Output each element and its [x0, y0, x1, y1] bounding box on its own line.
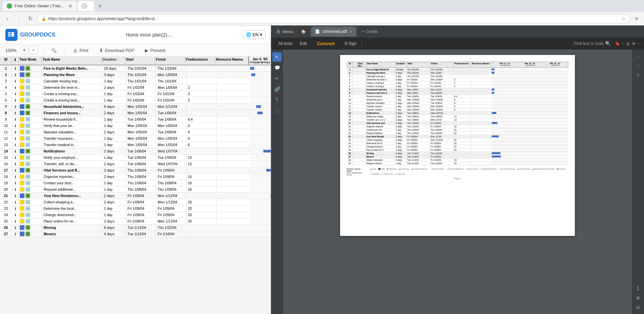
- pdf-gantt-row: 20 Request addition 1 day Thu 1/09/04 Th…: [347, 132, 568, 135]
- menu-button[interactable]: ≡: [632, 14, 641, 23]
- create-label: Create: [366, 29, 378, 34]
- gantt-row: 9 ℹ ↔ Review household fi... 1 day Tue 1…: [0, 116, 271, 123]
- tab-1-close[interactable]: ✕: [68, 3, 72, 9]
- convert-button[interactable]: Convert: [311, 40, 341, 48]
- print-button[interactable]: 🖨 Print: [70, 47, 91, 54]
- tab-1-favicon: [7, 3, 12, 9]
- pdf-gantt-row: 21 Your New Reside 2 days Fri 1/09/04 Mo…: [347, 135, 568, 138]
- edit-button[interactable]: Edit: [297, 40, 310, 47]
- comment-tool-button[interactable]: 💬: [272, 63, 282, 72]
- address-bar[interactable]: 🔒 https://products.groupdocs.app/viewer/…: [37, 14, 630, 23]
- svg-rect-2: [8, 36, 11, 37]
- gantt-row: 14 ℹ ▼ Notifications 2 days Tue 1/06/04 …: [0, 148, 271, 154]
- tab-2-favicon: [82, 3, 87, 9]
- zoom-out-button[interactable]: −: [30, 46, 38, 54]
- lock-icon: 🔒: [41, 16, 46, 21]
- gantt-row: 21 ℹ ▼ Your New Residence... 2 days Fri …: [0, 193, 271, 199]
- gantt-row: 7 ℹ ▼ Household Administra... 6 days Mon…: [0, 104, 271, 110]
- pdf-gantt-row: 14 Notifications 2 days Tue 1/08/04 Wed …: [347, 112, 568, 115]
- right-sidebar-close[interactable]: ✕: [637, 71, 640, 79]
- pdf-gantt-row: 9 Review househo 1 day Tue 1/09/04 Tue 1…: [347, 95, 568, 98]
- pdf-gantt-row: 13 Transfer medica 1 day Mon 1/05/04 Mon…: [347, 108, 568, 112]
- more-icon[interactable]: ⋯: [637, 41, 641, 46]
- download-button[interactable]: ⬇ Download PDF: [97, 47, 137, 54]
- main-area: GROUPDOCS Home move plan(2).... 🌐 EN ▾ 1…: [0, 25, 644, 314]
- search-icon: 🔍: [51, 48, 57, 53]
- gantt-row: 27 ℹ ▼ Movers 4 days Tue 1/13/04 Fri 1/1…: [0, 231, 271, 237]
- pdf-tab-label: converted.pdf: [323, 29, 347, 34]
- zoom-in-button[interactable]: +: [20, 46, 28, 54]
- zoom-tool-icon[interactable]: ⊕: [632, 41, 635, 46]
- pdf-tool-group-main: All tools Edit Convert E-Sign: [274, 40, 362, 48]
- esign-button[interactable]: E-Sign: [341, 40, 360, 47]
- pen-tool-button[interactable]: ✏: [272, 74, 282, 83]
- share-icon[interactable]: ↑: [622, 41, 624, 46]
- pdf-gantt: ID Task Mo... Task Name Duration Start F…: [347, 62, 568, 165]
- new-tab-button[interactable]: +: [95, 1, 105, 11]
- gantt-row: 23 ℹ ↔ Determine the local... 1 day Fri …: [0, 205, 271, 212]
- gantt-row: 8 ℹ ▼ Finances and Insura... 2 days Mon …: [0, 110, 271, 116]
- pdf-tab-converted[interactable]: 📄 converted.pdf ✕: [311, 26, 357, 37]
- link-tool-button[interactable]: 🔗: [272, 84, 282, 94]
- pdf-gantt-row: 3 Calculate moving e 1 day Thu 1/01/04 T…: [347, 75, 568, 78]
- col-header-resource: Resource Names: [215, 57, 249, 65]
- present-button[interactable]: ▶ Present: [142, 47, 168, 54]
- pdf-gantt-row: 1 Five to Eight Weeks B 16 days Thu 1/01…: [347, 68, 568, 71]
- search-icon[interactable]: 🔍: [605, 41, 611, 46]
- pdf-gantt-row: 10 Verify that your b 1 day Mon 1/05/04 …: [347, 98, 568, 102]
- pdf-gantt-row: 12 Transfer insuran 1 day Mon 1/05/04 Mo…: [347, 105, 568, 108]
- pdf-gantt-row: 18 Organize importa 2 days Thu 1/08/04 F…: [347, 125, 568, 128]
- viewer-content[interactable]: ID ℹ Task Mode Task Name Duration Start …: [0, 57, 271, 314]
- pdf-page-container[interactable]: ID Task Mo... Task Name Duration Start F…: [283, 50, 632, 314]
- right-sidebar-zoom-in[interactable]: ⊕: [636, 294, 640, 302]
- tab-bar: Free Online Viewer | Free Group... ✕ +: [0, 0, 644, 12]
- bookmark-icon[interactable]: ☆: [621, 16, 626, 21]
- esign-label: E-Sign: [345, 41, 357, 46]
- col-header-name: Task Name: [42, 57, 102, 65]
- svg-rect-1: [8, 34, 11, 35]
- forward-button[interactable]: ›: [14, 14, 23, 23]
- col-header-pred: Predecessors: [185, 57, 215, 65]
- pdf-new-tab-button[interactable]: + Create: [359, 28, 380, 35]
- col-header-chart: Jan 4, '04 TFSSMTWTFSS: [249, 57, 271, 65]
- language-selector[interactable]: 🌐 EN ▾: [243, 30, 265, 39]
- logo-text: GROUPDOCS: [20, 32, 55, 38]
- right-sidebar-zoom-out[interactable]: ⊖: [636, 303, 640, 311]
- right-panel: ☰ Menu 🏠 📄 converted.pdf ✕ + Create: [271, 25, 644, 314]
- pdf-gantt-row: 19 Contact your do 1 day Thu 1/09/04 Thu…: [347, 128, 568, 132]
- right-sidebar-minimize[interactable]: −: [637, 52, 639, 60]
- print-tool-icon[interactable]: 🖨: [626, 41, 630, 46]
- bookmark-tool-icon[interactable]: 🔖: [615, 41, 620, 46]
- present-label: Present: [150, 48, 165, 53]
- logo-icon: [5, 29, 17, 41]
- all-tools-button[interactable]: All tools: [275, 40, 296, 47]
- highlight-tool-button[interactable]: ⬛: [272, 106, 282, 115]
- address-text: https://products.groupdocs.app/viewer/ap…: [48, 16, 619, 21]
- right-sidebar-expand[interactable]: □: [637, 62, 639, 70]
- search-button[interactable]: 🔍: [49, 47, 59, 54]
- pdf-gantt-row: 17 Vital Services and 2 days Thu 1/08/04…: [347, 122, 568, 125]
- pdf-home-button[interactable]: 🏠: [299, 27, 308, 36]
- lang-label: EN: [253, 32, 259, 37]
- pdf-gantt-row: 23 Determine the lo 1 day Fri 1/09/04 Fr…: [347, 142, 568, 145]
- tab-2[interactable]: [78, 1, 94, 11]
- tab-1-label: Free Online Viewer | Free Group...: [15, 4, 66, 8]
- gantt-row: 10 ℹ ↔ Verify that your be... 1 day Mon …: [0, 123, 271, 129]
- pdf-file-icon: 📄: [315, 29, 320, 34]
- cursor-tool-button[interactable]: ↖: [272, 52, 282, 62]
- tab-1[interactable]: Free Online Viewer | Free Group... ✕: [3, 1, 76, 11]
- pdf-footer: Project: Home Move Date: 09/08/2024 06:1…: [347, 168, 568, 180]
- refresh-button[interactable]: ↻: [25, 14, 35, 23]
- back-button[interactable]: ‹: [3, 14, 12, 23]
- plus-icon: +: [362, 29, 364, 34]
- zoom-control: 100% + −: [5, 46, 38, 54]
- gantt-rows-container: 1 ℹ ▼ Five to Eight Weeks Befo... 16 day…: [0, 65, 271, 237]
- pdf-page: ID Task Mo... Task Name Duration Start F…: [340, 55, 575, 236]
- pdf-tab-close-icon[interactable]: ✕: [350, 29, 353, 34]
- gantt-row: 18 ℹ ↔ Organize importan... 2 days Thu 1…: [0, 174, 271, 180]
- pdf-menu-button[interactable]: ☰ Menu: [274, 28, 296, 36]
- all-tools-label: All tools: [278, 41, 292, 46]
- print-icon: 🖨: [73, 48, 77, 53]
- page-number-indicator[interactable]: 1: [637, 285, 640, 293]
- text-tool-button[interactable]: T: [272, 95, 282, 105]
